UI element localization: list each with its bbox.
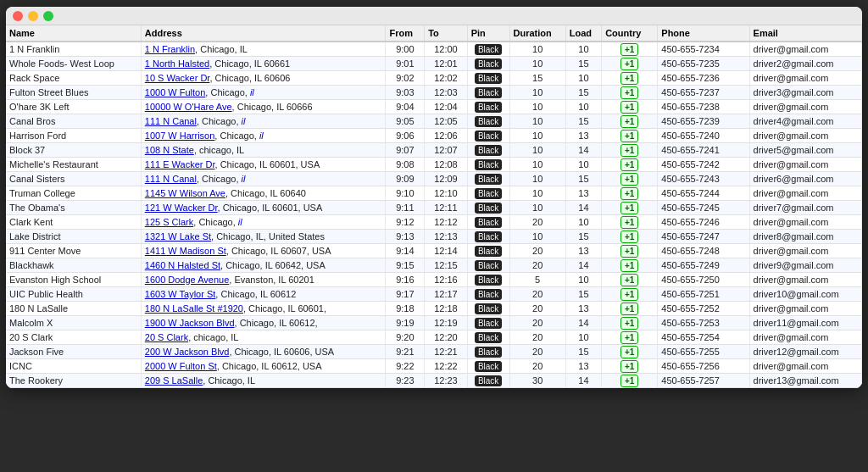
cell-address: 111 N Canal, Chicago, il [141,114,386,129]
table-body: 1 N Franklin1 N Franklin, Chicago, IL9:0… [6,42,862,388]
cell-from: 9:14 [386,244,425,258]
cell-email: driver@gmail.com [749,186,861,201]
cell-phone: 450-655-7254 [658,330,749,345]
cell-email: driver@gmail.com [749,42,861,57]
cell-country: +1 [602,230,658,244]
cell-pin: Black [467,143,509,158]
cell-load: 15 [565,230,601,244]
cell-load: 15 [565,114,601,129]
table-row: The Obama's121 W Wacker Dr, Chicago, IL … [6,201,862,215]
cell-country: +1 [602,287,658,302]
cell-country: +1 [602,100,658,114]
cell-name: Jackson Five [6,345,141,359]
table-row: Harrison Ford1007 W Harrison, Chicago, i… [6,129,862,143]
cell-duration: 10 [509,172,565,186]
cell-pin: Black [467,258,509,273]
cell-load: 10 [565,273,601,287]
table-row: Canal Bros111 N Canal, Chicago, il9:0512… [6,114,862,129]
cell-load: 10 [565,42,601,57]
cell-address: 20 S Clark, chicago, IL [141,330,386,345]
cell-country: +1 [602,86,658,100]
cell-duration: 20 [509,244,565,258]
cell-address: 10000 W O'Hare Ave, Chicago, IL 60666 [141,100,386,114]
cell-phone: 450-655-7236 [658,71,749,86]
table-row: Block 37108 N State, chicago, IL9:0712:0… [6,143,862,158]
cell-phone: 450-655-7246 [658,215,749,230]
close-button[interactable] [13,11,23,21]
cell-email: driver@gmail.com [749,359,861,374]
cell-to: 12:12 [425,215,468,230]
cell-name: Blackhawk [6,258,141,273]
cell-country: +1 [602,186,658,201]
cell-to: 12:13 [425,230,468,244]
cell-country: +1 [602,143,658,158]
cell-pin: Black [467,100,509,114]
cell-name: Malcolm X [6,316,141,330]
cell-phone: 450-655-7255 [658,345,749,359]
cell-country: +1 [602,374,658,388]
cell-country: +1 [602,114,658,129]
cell-pin: Black [467,42,509,57]
cell-pin: Black [467,244,509,258]
cell-name: Block 37 [6,143,141,158]
cell-load: 14 [565,374,601,388]
cell-pin: Black [467,374,509,388]
cell-to: 12:08 [425,158,468,172]
cell-load: 15 [565,287,601,302]
cell-pin: Black [467,172,509,186]
cell-phone: 450-655-7243 [658,172,749,186]
cell-address: 1007 W Harrison, Chicago, il [141,129,386,143]
cell-country: +1 [602,158,658,172]
header-address: Address [141,25,386,42]
cell-address: 2000 W Fulton St, Chicago, IL 60612, USA [141,359,386,374]
cell-name: The Rookery [6,374,141,388]
cell-address: 108 N State, chicago, IL [141,143,386,158]
cell-from: 9:20 [386,330,425,345]
cell-address: 1000 W Fulton, Chicago, il [141,86,386,100]
table-row: Rack Space10 S Wacker Dr, Chicago, IL 60… [6,71,862,86]
cell-country: +1 [602,42,658,57]
cell-name: 20 S Clark [6,330,141,345]
cell-load: 15 [565,345,601,359]
cell-to: 12:04 [425,100,468,114]
cell-duration: 15 [509,71,565,86]
cell-duration: 10 [509,143,565,158]
cell-duration: 10 [509,114,565,129]
maximize-button[interactable] [43,11,53,21]
table-row: Blackhawk1460 N Halsted St, Chicago, IL … [6,258,862,273]
cell-email: driver5@gmail.com [749,143,861,158]
minimize-button[interactable] [28,11,38,21]
cell-duration: 20 [509,345,565,359]
cell-load: 15 [565,86,601,100]
cell-name: 1 N Franklin [6,42,141,57]
cell-phone: 450-655-7239 [658,114,749,129]
table-row: UIC Public Health1603 W Taylor St, Chica… [6,287,862,302]
cell-from: 9:03 [386,86,425,100]
cell-to: 12:02 [425,71,468,86]
header-load: Load [565,25,601,42]
cell-name: Fulton Street Blues [6,86,141,100]
cell-to: 12:09 [425,172,468,186]
cell-phone: 450-655-7252 [658,302,749,316]
cell-name: Whole Foods- West Loop [6,57,141,71]
cell-country: +1 [602,71,658,86]
header-pin: Pin [467,25,509,42]
cell-phone: 450-655-7235 [658,57,749,71]
cell-load: 14 [565,316,601,330]
cell-duration: 10 [509,57,565,71]
cell-from: 9:08 [386,158,425,172]
table-container: Name Address From To Pin Duration Load C… [6,25,862,388]
cell-to: 12:10 [425,186,468,201]
cell-address: 200 W Jackson Blvd, Chicago, IL 60606, U… [141,345,386,359]
cell-pin: Black [467,287,509,302]
cell-load: 14 [565,258,601,273]
cell-load: 15 [565,172,601,186]
cell-country: +1 [602,258,658,273]
cell-duration: 30 [509,374,565,388]
cell-email: driver6@gmail.com [749,172,861,186]
cell-email: driver13@gmail.com [749,374,861,388]
cell-email: driver3@gmail.com [749,86,861,100]
cell-name: 180 N LaSalle [6,302,141,316]
cell-pin: Black [467,302,509,316]
cell-load: 10 [565,158,601,172]
